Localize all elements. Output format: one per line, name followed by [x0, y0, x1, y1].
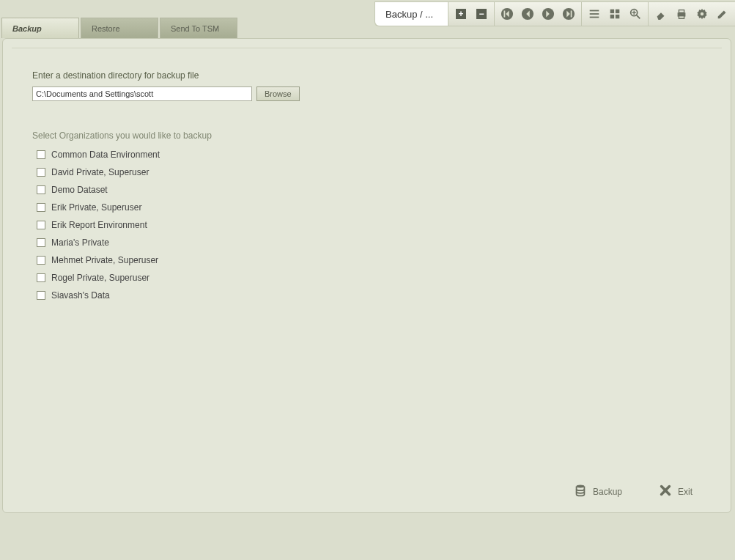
- tab-restore[interactable]: Restore: [81, 18, 158, 38]
- organization-checkbox[interactable]: [37, 221, 45, 229]
- print-icon[interactable]: [673, 6, 690, 22]
- collapse-all-button[interactable]: −: [473, 6, 490, 22]
- organization-item: Rogel Private, Superuser: [37, 273, 701, 283]
- organization-item: Common Data Environment: [37, 150, 701, 160]
- organization-label: Rogel Private, Superuser: [51, 273, 149, 283]
- organization-label: Demo Dataset: [51, 185, 108, 195]
- zoom-icon[interactable]: [627, 6, 643, 22]
- organization-label: Mehmet Private, Superuser: [51, 255, 158, 265]
- organization-checkbox[interactable]: [37, 168, 45, 177]
- toolbar-group-expand: + −: [448, 2, 495, 26]
- browse-button[interactable]: Browse: [256, 86, 300, 101]
- backup-button[interactable]: Backup: [574, 484, 622, 499]
- tab-bar: Backup Restore Send To TSM: [1, 18, 237, 38]
- last-icon[interactable]: [561, 6, 577, 22]
- organization-label: David Private, Superuser: [51, 167, 149, 177]
- toolbar-group-nav: [495, 2, 582, 26]
- svg-rect-1: [504, 11, 506, 18]
- destination-input[interactable]: [32, 86, 252, 101]
- grid-view-icon[interactable]: [607, 6, 623, 22]
- svg-rect-6: [590, 10, 599, 12]
- svg-rect-19: [679, 16, 684, 19]
- organization-checkbox[interactable]: [37, 203, 45, 212]
- list-view-icon[interactable]: [586, 6, 602, 22]
- svg-rect-5: [571, 11, 572, 18]
- next-icon[interactable]: [540, 6, 556, 22]
- destination-label: Enter a destination directory for backup…: [32, 70, 701, 81]
- svg-rect-9: [610, 10, 614, 13]
- organization-checkbox[interactable]: [37, 291, 45, 300]
- expand-all-button[interactable]: +: [453, 6, 469, 22]
- tab-send-to-tsm[interactable]: Send To TSM: [160, 18, 237, 38]
- organization-item: Erik Report Environment: [37, 220, 701, 230]
- organization-checkbox[interactable]: [37, 150, 45, 159]
- svg-rect-8: [590, 17, 599, 18]
- close-icon: [659, 484, 672, 499]
- toolbar-group-view: [582, 2, 649, 26]
- organization-label: Maria's Private: [51, 237, 109, 248]
- organization-item: Demo Dataset: [37, 185, 701, 195]
- backup-button-label: Backup: [593, 487, 622, 497]
- panel-inner: Enter a destination directory for backup…: [12, 48, 722, 512]
- organization-checkbox[interactable]: [37, 238, 45, 247]
- organizations-label: Select Organizations you would like to b…: [32, 130, 701, 141]
- exit-button[interactable]: Exit: [659, 484, 692, 499]
- svg-point-20: [701, 12, 704, 16]
- erase-icon[interactable]: [653, 6, 669, 22]
- main-panel: Enter a destination directory for backup…: [2, 38, 731, 513]
- organization-item: Mehmet Private, Superuser: [37, 255, 701, 265]
- footer: Backup Exit: [574, 484, 692, 499]
- svg-rect-10: [616, 10, 619, 13]
- top-toolbar: Backup / ... + −: [374, 1, 735, 26]
- previous-icon[interactable]: [520, 6, 536, 22]
- organization-item: Erik Private, Superuser: [37, 202, 701, 213]
- svg-rect-12: [616, 15, 619, 18]
- svg-rect-18: [679, 10, 684, 13]
- organization-item: David Private, Superuser: [37, 167, 701, 177]
- organization-label: Common Data Environment: [51, 150, 160, 160]
- organization-checkbox[interactable]: [37, 273, 45, 282]
- organization-checkbox[interactable]: [37, 256, 45, 265]
- organization-item: Maria's Private: [37, 237, 701, 248]
- database-icon: [574, 484, 587, 499]
- svg-line-14: [637, 15, 640, 19]
- backup-form: Enter a destination directory for backup…: [12, 70, 722, 301]
- organization-label: Erik Private, Superuser: [51, 202, 141, 213]
- exit-button-label: Exit: [678, 487, 692, 497]
- organization-label: Siavash's Data: [51, 290, 110, 301]
- toolbar-group-actions: [649, 2, 735, 26]
- organization-checkbox[interactable]: [37, 185, 45, 194]
- first-icon[interactable]: [499, 6, 515, 22]
- edit-icon[interactable]: [714, 6, 731, 22]
- toolbar-title: Backup / ...: [375, 2, 448, 26]
- organization-list: Common Data EnvironmentDavid Private, Su…: [32, 150, 701, 301]
- svg-rect-11: [610, 15, 614, 18]
- svg-point-21: [577, 485, 585, 488]
- settings-icon[interactable]: [694, 6, 710, 22]
- organization-label: Erik Report Environment: [51, 220, 147, 230]
- tab-backup[interactable]: Backup: [1, 18, 79, 38]
- organization-item: Siavash's Data: [37, 290, 701, 301]
- svg-rect-7: [590, 13, 599, 15]
